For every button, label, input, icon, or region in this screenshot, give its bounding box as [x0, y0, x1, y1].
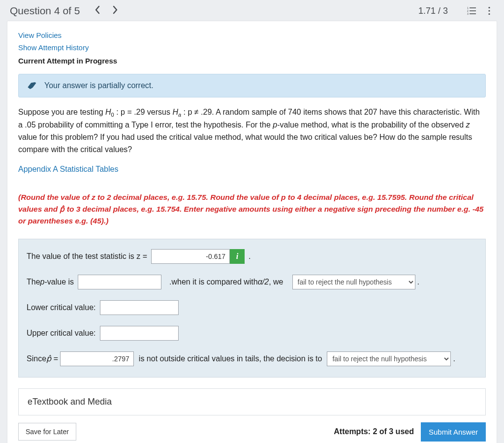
decision-select[interactable]: fail to reject the null hypothesis: [327, 351, 451, 366]
feedback-banner: Your answer is partially correct.: [18, 74, 486, 97]
svg-point-7: [488, 10, 490, 11]
svg-point-8: [488, 13, 490, 15]
z-label: The value of the test statistic is z =: [27, 252, 147, 261]
question-title: Question 4 of 5: [10, 5, 80, 17]
answer-panel: The value of the test statistic is z = i…: [18, 239, 486, 378]
question-body: Suppose you are testing H0 : p = .29 ver…: [7, 106, 497, 156]
upper-cv-label: Upper critical value:: [27, 329, 96, 338]
prev-question-icon[interactable]: [89, 5, 106, 17]
svg-point-6: [488, 7, 490, 8]
feedback-text: Your answer is partially correct.: [44, 81, 154, 90]
period: .: [249, 252, 251, 261]
compare-alpha-select[interactable]: fail to reject the null hypothesis: [292, 275, 415, 289]
rounding-instructions: (Round the value of z to 2 decimal place…: [7, 177, 497, 230]
upper-cv-input[interactable]: [100, 326, 179, 341]
save-for-later-button[interactable]: Save for Later: [18, 423, 76, 441]
attempts-label: Attempts: 2 of 3 used: [334, 427, 414, 436]
view-policies-link[interactable]: View Policies: [7, 29, 497, 41]
since-mid: is not outside critical values in tails,…: [139, 354, 322, 363]
lower-cv-input[interactable]: [100, 300, 179, 315]
question-card: View Policies Show Attempt History Curre…: [7, 21, 497, 443]
current-attempt-label: Current Attempt in Progress: [7, 54, 497, 67]
svg-text:3: 3: [467, 12, 469, 15]
score-display: 1.71 / 3: [418, 6, 448, 16]
show-attempt-history-link[interactable]: Show Attempt History: [7, 41, 497, 54]
p-value-input[interactable]: [78, 275, 161, 289]
etextbook-media-button[interactable]: eTextbook and Media: [18, 388, 486, 415]
question-list-icon[interactable]: 1 2 3: [467, 6, 476, 16]
phat-input[interactable]: [60, 351, 134, 366]
more-options-icon[interactable]: [484, 6, 494, 16]
lower-cv-label: Lower critical value:: [27, 303, 96, 312]
info-icon[interactable]: i: [230, 249, 245, 264]
submit-answer-button[interactable]: Submit Answer: [421, 422, 486, 442]
appendix-link[interactable]: Appendix A Statistical Tables: [7, 156, 497, 177]
z-value-input[interactable]: [151, 249, 230, 264]
partial-correct-icon: [27, 82, 37, 90]
top-bar: Question 4 of 5 1.71 / 3 1 2 3: [0, 0, 504, 21]
next-question-icon[interactable]: [106, 5, 124, 17]
